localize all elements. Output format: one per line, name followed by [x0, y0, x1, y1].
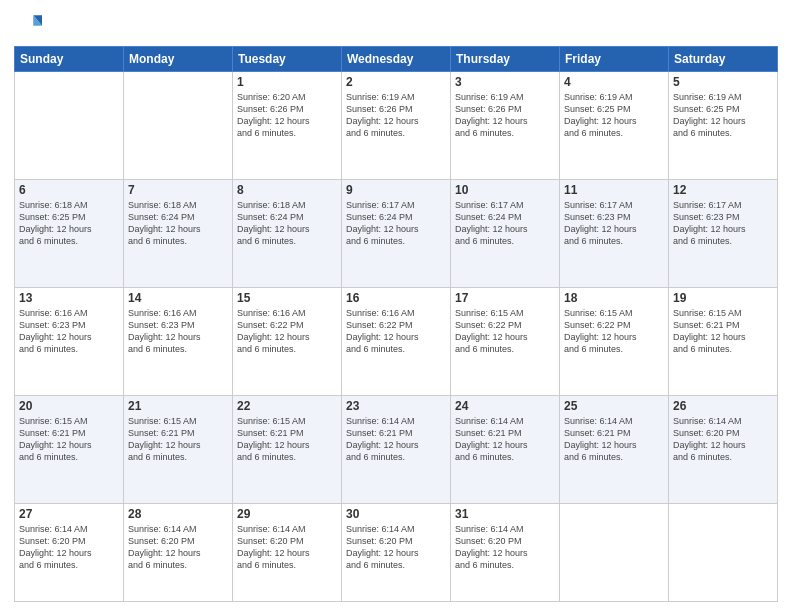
day-number: 11 — [564, 183, 664, 197]
sunrise-text: Sunrise: 6:16 AM — [237, 308, 306, 318]
daylight-text-cont: and 6 minutes. — [564, 128, 623, 138]
sunrise-text: Sunrise: 6:14 AM — [455, 524, 524, 534]
daylight-text: Daylight: 12 hours — [128, 332, 201, 342]
daylight-text-cont: and 6 minutes. — [128, 344, 187, 354]
weekday-header: Tuesday — [233, 47, 342, 72]
day-info: Sunrise: 6:14 AMSunset: 6:20 PMDaylight:… — [128, 523, 228, 572]
calendar-cell: 6Sunrise: 6:18 AMSunset: 6:25 PMDaylight… — [15, 179, 124, 287]
day-info: Sunrise: 6:15 AMSunset: 6:21 PMDaylight:… — [19, 415, 119, 464]
sunrise-text: Sunrise: 6:15 AM — [19, 416, 88, 426]
daylight-text-cont: and 6 minutes. — [19, 344, 78, 354]
logo-icon — [14, 10, 42, 38]
calendar-cell: 12Sunrise: 6:17 AMSunset: 6:23 PMDayligh… — [669, 179, 778, 287]
calendar-cell: 14Sunrise: 6:16 AMSunset: 6:23 PMDayligh… — [124, 287, 233, 395]
daylight-text-cont: and 6 minutes. — [455, 236, 514, 246]
daylight-text: Daylight: 12 hours — [673, 224, 746, 234]
sunrise-text: Sunrise: 6:20 AM — [237, 92, 306, 102]
calendar-cell: 19Sunrise: 6:15 AMSunset: 6:21 PMDayligh… — [669, 287, 778, 395]
daylight-text-cont: and 6 minutes. — [455, 560, 514, 570]
day-info: Sunrise: 6:15 AMSunset: 6:21 PMDaylight:… — [128, 415, 228, 464]
day-number: 17 — [455, 291, 555, 305]
day-number: 30 — [346, 507, 446, 521]
daylight-text-cont: and 6 minutes. — [346, 344, 405, 354]
day-info: Sunrise: 6:16 AMSunset: 6:22 PMDaylight:… — [237, 307, 337, 356]
daylight-text: Daylight: 12 hours — [19, 440, 92, 450]
daylight-text: Daylight: 12 hours — [346, 116, 419, 126]
sunrise-text: Sunrise: 6:19 AM — [564, 92, 633, 102]
daylight-text-cont: and 6 minutes. — [346, 128, 405, 138]
sunset-text: Sunset: 6:20 PM — [19, 536, 86, 546]
calendar-cell: 26Sunrise: 6:14 AMSunset: 6:20 PMDayligh… — [669, 395, 778, 503]
sunrise-text: Sunrise: 6:19 AM — [346, 92, 415, 102]
daylight-text: Daylight: 12 hours — [19, 548, 92, 558]
day-number: 12 — [673, 183, 773, 197]
daylight-text-cont: and 6 minutes. — [346, 560, 405, 570]
calendar-cell: 29Sunrise: 6:14 AMSunset: 6:20 PMDayligh… — [233, 503, 342, 601]
day-info: Sunrise: 6:14 AMSunset: 6:20 PMDaylight:… — [346, 523, 446, 572]
calendar-cell: 15Sunrise: 6:16 AMSunset: 6:22 PMDayligh… — [233, 287, 342, 395]
calendar-cell: 11Sunrise: 6:17 AMSunset: 6:23 PMDayligh… — [560, 179, 669, 287]
daylight-text-cont: and 6 minutes. — [19, 560, 78, 570]
sunrise-text: Sunrise: 6:14 AM — [346, 416, 415, 426]
sunrise-text: Sunrise: 6:14 AM — [673, 416, 742, 426]
sunset-text: Sunset: 6:22 PM — [455, 320, 522, 330]
sunset-text: Sunset: 6:24 PM — [237, 212, 304, 222]
daylight-text-cont: and 6 minutes. — [128, 452, 187, 462]
day-number: 4 — [564, 75, 664, 89]
daylight-text-cont: and 6 minutes. — [673, 344, 732, 354]
sunset-text: Sunset: 6:26 PM — [346, 104, 413, 114]
sunset-text: Sunset: 6:21 PM — [19, 428, 86, 438]
calendar-cell — [560, 503, 669, 601]
sunset-text: Sunset: 6:23 PM — [564, 212, 631, 222]
daylight-text: Daylight: 12 hours — [455, 440, 528, 450]
sunset-text: Sunset: 6:21 PM — [673, 320, 740, 330]
sunset-text: Sunset: 6:26 PM — [237, 104, 304, 114]
calendar-week-row: 1Sunrise: 6:20 AMSunset: 6:26 PMDaylight… — [15, 72, 778, 180]
daylight-text-cont: and 6 minutes. — [564, 344, 623, 354]
sunrise-text: Sunrise: 6:17 AM — [673, 200, 742, 210]
weekday-header: Friday — [560, 47, 669, 72]
calendar-cell: 8Sunrise: 6:18 AMSunset: 6:24 PMDaylight… — [233, 179, 342, 287]
sunrise-text: Sunrise: 6:14 AM — [564, 416, 633, 426]
weekday-header: Wednesday — [342, 47, 451, 72]
calendar-week-row: 27Sunrise: 6:14 AMSunset: 6:20 PMDayligh… — [15, 503, 778, 601]
calendar-cell: 7Sunrise: 6:18 AMSunset: 6:24 PMDaylight… — [124, 179, 233, 287]
day-info: Sunrise: 6:19 AMSunset: 6:26 PMDaylight:… — [455, 91, 555, 140]
sunrise-text: Sunrise: 6:15 AM — [128, 416, 197, 426]
calendar-cell: 21Sunrise: 6:15 AMSunset: 6:21 PMDayligh… — [124, 395, 233, 503]
daylight-text: Daylight: 12 hours — [564, 332, 637, 342]
sunrise-text: Sunrise: 6:15 AM — [455, 308, 524, 318]
daylight-text-cont: and 6 minutes. — [128, 560, 187, 570]
sunset-text: Sunset: 6:20 PM — [237, 536, 304, 546]
daylight-text-cont: and 6 minutes. — [673, 128, 732, 138]
day-number: 2 — [346, 75, 446, 89]
calendar-cell: 10Sunrise: 6:17 AMSunset: 6:24 PMDayligh… — [451, 179, 560, 287]
sunrise-text: Sunrise: 6:18 AM — [128, 200, 197, 210]
daylight-text-cont: and 6 minutes. — [237, 344, 296, 354]
daylight-text: Daylight: 12 hours — [673, 440, 746, 450]
sunrise-text: Sunrise: 6:19 AM — [455, 92, 524, 102]
day-info: Sunrise: 6:14 AMSunset: 6:21 PMDaylight:… — [455, 415, 555, 464]
day-info: Sunrise: 6:14 AMSunset: 6:21 PMDaylight:… — [564, 415, 664, 464]
day-info: Sunrise: 6:17 AMSunset: 6:24 PMDaylight:… — [346, 199, 446, 248]
daylight-text-cont: and 6 minutes. — [237, 128, 296, 138]
day-number: 14 — [128, 291, 228, 305]
sunrise-text: Sunrise: 6:15 AM — [673, 308, 742, 318]
day-number: 23 — [346, 399, 446, 413]
sunrise-text: Sunrise: 6:16 AM — [128, 308, 197, 318]
calendar-cell: 31Sunrise: 6:14 AMSunset: 6:20 PMDayligh… — [451, 503, 560, 601]
day-info: Sunrise: 6:15 AMSunset: 6:21 PMDaylight:… — [673, 307, 773, 356]
daylight-text-cont: and 6 minutes. — [673, 236, 732, 246]
day-info: Sunrise: 6:18 AMSunset: 6:24 PMDaylight:… — [237, 199, 337, 248]
daylight-text: Daylight: 12 hours — [237, 224, 310, 234]
sunrise-text: Sunrise: 6:14 AM — [346, 524, 415, 534]
day-number: 18 — [564, 291, 664, 305]
sunset-text: Sunset: 6:22 PM — [564, 320, 631, 330]
logo — [14, 10, 46, 38]
sunset-text: Sunset: 6:25 PM — [19, 212, 86, 222]
sunset-text: Sunset: 6:24 PM — [128, 212, 195, 222]
daylight-text-cont: and 6 minutes. — [346, 452, 405, 462]
sunset-text: Sunset: 6:25 PM — [564, 104, 631, 114]
day-number: 19 — [673, 291, 773, 305]
day-number: 10 — [455, 183, 555, 197]
